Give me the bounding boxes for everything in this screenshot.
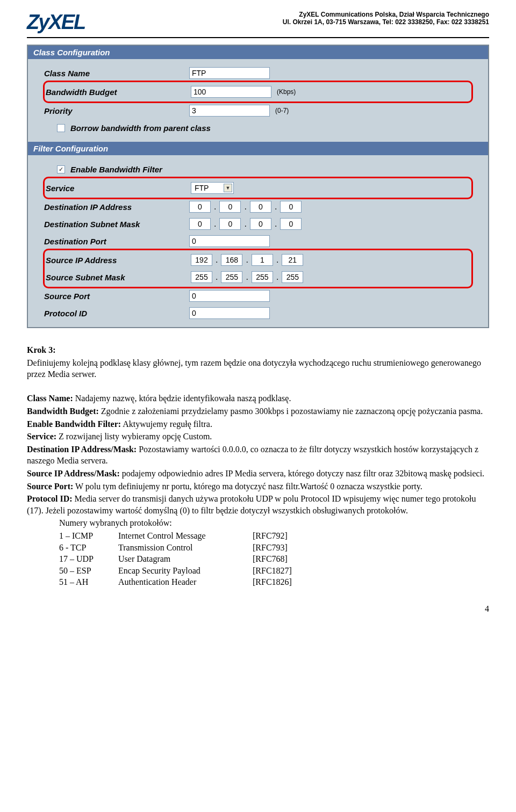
line-destip: Destination IP Address/Mask: Pozostawiam… <box>27 444 489 467</box>
class-name-input[interactable]: FTP <box>189 67 270 79</box>
line-protoid: Protocol ID: Media server do transmisji … <box>27 493 489 516</box>
proto-row: 51 – AHAuthentication Header[RFC1826] <box>59 576 489 588</box>
row-dest-ip: Destination IP Address 0. 0. 0. 0 <box>44 198 472 215</box>
row-class-name: Class Name FTP <box>44 64 472 82</box>
dest-ip-group: 0. 0. 0. 0 <box>189 201 302 213</box>
src-mask-2[interactable]: 255 <box>252 271 273 283</box>
src-ip-label: Source IP Address <box>46 256 191 265</box>
enable-filter-label: Enable Bandwidth Filter <box>70 165 162 174</box>
header-contact: ZyXEL Communications Polska, Dział Wspar… <box>283 11 489 26</box>
highlight-bandwidth-budget: Bandwidth Budget 100 (Kbps) <box>43 81 473 103</box>
line-srcport: Source Port: W polu tym definiujemy nr p… <box>27 481 489 492</box>
dest-mask-3[interactable]: 0 <box>280 218 302 230</box>
dest-ip-2[interactable]: 0 <box>250 201 271 213</box>
dest-mask-group: 0. 0. 0. 0 <box>189 218 302 230</box>
krok-title: Krok 3: <box>27 344 489 356</box>
service-value: FTP <box>195 184 209 192</box>
dest-mask-2[interactable]: 0 <box>250 218 271 230</box>
src-mask-label: Source Subnet Mask <box>46 273 191 282</box>
header-line1: ZyXEL Communications Polska, Dział Wspar… <box>283 11 489 18</box>
row-borrow: Borrow bandwidth from parent class <box>44 119 472 136</box>
highlight-service: Service FTP ▼ <box>43 177 473 199</box>
dest-mask-1[interactable]: 0 <box>219 218 241 230</box>
bw-budget-input[interactable]: 100 <box>191 86 271 98</box>
dest-port-label: Destination Port <box>44 237 189 246</box>
row-bw-budget: Bandwidth Budget 100 (Kbps) <box>46 83 470 100</box>
borrow-checkbox[interactable] <box>57 124 65 132</box>
line-bwbudget: Bandwidth Budget: Zgodnie z założeniami … <box>27 405 489 417</box>
src-mask-group: 255. 255. 255. 255 <box>191 271 303 283</box>
borrow-label: Borrow bandwidth from parent class <box>70 124 211 133</box>
src-mask-1[interactable]: 255 <box>221 271 242 283</box>
page-number: 4 <box>27 604 489 614</box>
dest-ip-label: Destination IP Address <box>44 202 189 212</box>
src-mask-0[interactable]: 255 <box>191 271 212 283</box>
row-service: Service FTP ▼ <box>46 179 470 197</box>
src-port-label: Source Port <box>44 292 189 301</box>
dest-mask-0[interactable]: 0 <box>189 218 211 230</box>
proto-row: 50 – ESPEncap Security Payload[RFC1827] <box>59 565 489 577</box>
dest-ip-3[interactable]: 0 <box>280 201 302 213</box>
row-priority: Priority 3 (0-7) <box>44 102 472 119</box>
src-ip-3[interactable]: 21 <box>282 254 303 266</box>
class-config-header: Class Configuration <box>28 46 488 59</box>
bw-budget-label: Bandwidth Budget <box>46 88 191 97</box>
page-header: ZyXEL ZyXEL Communications Polska, Dział… <box>27 11 489 38</box>
proto-intro: Numery wybranych protokołów: <box>59 517 489 529</box>
class-config-body: Class Name FTP Bandwidth Budget 100 (Kbp… <box>28 59 488 142</box>
line-enablefilter: Enable Bandwidth Filter: Aktywujemy regu… <box>27 418 489 430</box>
src-ip-group: 192. 168. 1. 21 <box>191 254 303 266</box>
row-dest-port: Destination Port 0 <box>44 233 472 250</box>
row-enable-filter: ✓ Enable Bandwidth Filter <box>44 161 472 178</box>
dest-mask-label: Destination Subnet Mask <box>44 220 189 229</box>
line-service: Service: Z rozwijanej listy wybieramy op… <box>27 431 489 443</box>
line-srcip: Source IP Address/Mask: podajemy odpowie… <box>27 468 489 480</box>
para-intro: Definiujemy kolejną podklasę klasy główn… <box>27 357 489 380</box>
proto-table: 1 – ICMPInternet Control Message[RFC792]… <box>59 530 489 588</box>
proto-row: 6 - TCPTransmission Control[RFC793] <box>59 542 489 554</box>
header-line2: Ul. Okrzei 1A, 03-715 Warszawa, Tel: 022… <box>283 18 489 26</box>
row-proto-id: Protocol ID 0 <box>44 305 472 322</box>
priority-hint: (0-7) <box>275 107 289 114</box>
dest-ip-1[interactable]: 0 <box>219 201 241 213</box>
class-name-label: Class Name <box>44 69 189 78</box>
service-select[interactable]: FTP ▼ <box>191 182 234 194</box>
filter-config-header: Filter Configuration <box>28 142 488 155</box>
enable-filter-checkbox[interactable]: ✓ <box>57 165 65 173</box>
logo: ZyXEL <box>27 11 85 34</box>
proto-id-input[interactable]: 0 <box>189 307 270 319</box>
line-classname: Class Name: Nadajemy nazwę, która będzie… <box>27 393 489 404</box>
highlight-source-ip-mask: Source IP Address 192. 168. 1. 21 Source… <box>43 249 473 288</box>
proto-row: 1 – ICMPInternet Control Message[RFC792] <box>59 530 489 542</box>
priority-input[interactable]: 3 <box>189 105 270 117</box>
chevron-down-icon: ▼ <box>224 184 232 192</box>
src-port-input[interactable]: 0 <box>189 290 270 302</box>
priority-label: Priority <box>44 106 189 115</box>
body-text: Krok 3: Definiujemy kolejną podklasę kla… <box>27 344 489 588</box>
src-mask-3[interactable]: 255 <box>282 271 303 283</box>
src-ip-1[interactable]: 168 <box>221 254 242 266</box>
row-src-mask: Source Subnet Mask 255. 255. 255. 255 <box>46 269 470 286</box>
service-label: Service <box>46 184 191 193</box>
proto-row: 17 – UDPUser Datagram[RFC768] <box>59 553 489 565</box>
bw-budget-hint: (Kbps) <box>277 88 296 96</box>
src-ip-2[interactable]: 1 <box>252 254 273 266</box>
src-ip-0[interactable]: 192 <box>191 254 212 266</box>
dest-ip-0[interactable]: 0 <box>189 201 211 213</box>
row-src-port: Source Port 0 <box>44 287 472 305</box>
config-panel: Class Configuration Class Name FTP Bandw… <box>27 45 489 328</box>
filter-config-body: ✓ Enable Bandwidth Filter Service FTP ▼ … <box>28 155 488 327</box>
dest-port-input[interactable]: 0 <box>189 235 270 247</box>
row-src-ip: Source IP Address 192. 168. 1. 21 <box>46 251 470 269</box>
row-dest-mask: Destination Subnet Mask 0. 0. 0. 0 <box>44 215 472 233</box>
proto-id-label: Protocol ID <box>44 309 189 318</box>
